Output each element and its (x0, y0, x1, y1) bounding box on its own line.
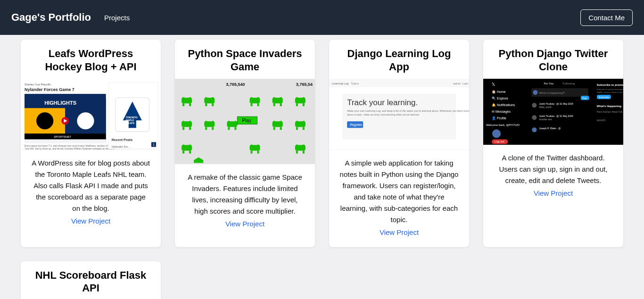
svg-text:3,765,54: 3,765,54 (296, 82, 313, 87)
svg-rect-57 (182, 127, 184, 130)
project-title: Leafs WordPress Hockey Blog + API (21, 40, 161, 79)
svg-rect-72 (273, 127, 275, 130)
svg-text:For You: For You (544, 82, 553, 85)
svg-point-134 (532, 127, 537, 132)
svg-text:🔔 Notifications: 🔔 Notifications (492, 103, 515, 107)
svg-point-85 (250, 144, 253, 147)
svg-rect-42 (251, 103, 253, 106)
svg-text:eligible, receive a share of a: eligible, receive a share of ads revenue (597, 91, 623, 93)
view-project-link[interactable]: View Project (71, 217, 110, 225)
svg-rect-93 (303, 151, 305, 154)
svg-text:✉ Messages: ✉ Messages (492, 110, 511, 114)
svg-rect-33 (189, 103, 191, 106)
project-description: A simple web application for taking note… (339, 158, 459, 225)
project-body: A WordPress site for blog posts about th… (21, 150, 161, 236)
svg-text:Subscribe: Subscribe (599, 96, 609, 99)
svg-rect-87 (251, 151, 253, 154)
svg-point-90 (296, 144, 298, 147)
svg-point-60 (205, 121, 207, 124)
svg-rect-63 (212, 127, 214, 130)
svg-text:Play: Play (242, 118, 251, 123)
svg-rect-92 (296, 151, 298, 154)
svg-rect-88 (257, 151, 259, 154)
project-description: A clone of the Twitter dashboard. Users … (494, 152, 613, 186)
project-title: Python Django Twitter Clone (483, 40, 623, 79)
project-card: Python Django Twitter Clone 𝕏 🏠 Home 🔍 E… (483, 40, 623, 247)
view-project-link[interactable]: View Project (380, 228, 419, 236)
svg-rect-82 (182, 151, 184, 154)
svg-rect-48 (280, 103, 282, 106)
project-title: NHL Scoreboard Flask API (21, 261, 161, 299)
svg-text:Following: Following (563, 82, 575, 85)
view-project-link[interactable]: View Project (225, 220, 264, 228)
svg-text:𝕏: 𝕏 (492, 82, 495, 87)
svg-point-56 (189, 121, 191, 124)
svg-point-86 (257, 144, 260, 147)
project-body: A remake of the classic game Space Invad… (175, 164, 315, 239)
svg-point-76 (302, 121, 305, 124)
svg-rect-68 (234, 127, 236, 130)
nav-projects-link[interactable]: Projects (104, 14, 130, 22)
svg-text:HIGHLIGHTS: HIGHLIGHTS (44, 100, 76, 106)
svg-text:1: 1 (153, 143, 155, 146)
svg-text:Register »: Register » (350, 123, 365, 127)
svg-text:Joseph R. Biden · @: Joseph R. Biden · @ (539, 127, 561, 130)
svg-point-61 (211, 121, 214, 124)
svg-rect-67 (228, 127, 230, 130)
svg-text:Hello, world: Hello, world (539, 106, 551, 108)
svg-rect-38 (212, 103, 214, 106)
svg-text:LEAFS: LEAFS (127, 122, 135, 125)
svg-point-45 (273, 97, 276, 100)
svg-point-40 (250, 97, 253, 100)
svg-point-55 (182, 121, 185, 124)
project-card: Django Learning Log App Learning Log Top… (329, 40, 469, 247)
svg-point-8 (36, 112, 53, 129)
svg-text:Topics: Topics (351, 82, 359, 85)
svg-rect-62 (205, 127, 207, 130)
project-description: A WordPress site for blog posts about th… (31, 158, 150, 214)
svg-text:Subscribe to premium: Subscribe to premium (597, 83, 623, 86)
svg-point-35 (205, 97, 207, 100)
svg-rect-73 (280, 127, 282, 130)
project-thumbnail: Learning Log Topics register Login Track… (329, 79, 469, 150)
project-thumbnail: 3,765,540 3,765,54 (175, 79, 315, 164)
project-title: Python Space Invaders Game (175, 40, 315, 79)
svg-text:Paris Fashion Week Fall 2024: Paris Fashion Week Fall 2024 (597, 110, 623, 113)
svg-text:about a topic, make an entry s: about a topic, make an entry summarizing… (347, 113, 420, 116)
svg-point-80 (182, 144, 185, 147)
svg-text:Log out: Log out (495, 140, 504, 143)
svg-text:#LEAFS: #LEAFS (597, 119, 606, 122)
svg-text:register: register (453, 82, 461, 85)
project-card: NHL Scoreboard Flask API Game 7 Game 2 G… (21, 261, 161, 299)
svg-point-91 (302, 144, 305, 147)
svg-text:Subscribe to unlock new featur: Subscribe to unlock new features and if (597, 88, 623, 91)
view-project-link[interactable]: View Project (534, 189, 573, 197)
svg-rect-43 (257, 103, 259, 106)
project-body: A simple web application for taking note… (329, 150, 469, 247)
navbar: Gage's Portfolio Projects Contact Me (0, 0, 644, 35)
svg-text:Recent Posts: Recent Posts (112, 138, 133, 141)
svg-point-30 (182, 97, 185, 100)
svg-rect-98 (329, 79, 469, 87)
svg-point-31 (189, 97, 191, 100)
svg-point-117 (492, 129, 501, 138)
svg-point-65 (227, 121, 230, 124)
svg-text:Another test: Another test (539, 118, 552, 121)
svg-rect-37 (205, 103, 207, 106)
svg-point-41 (257, 97, 260, 100)
svg-point-66 (234, 121, 237, 124)
svg-text:Nylander Forces Game 7: Nylander Forces Game 7 (25, 87, 74, 92)
svg-rect-83 (189, 151, 191, 154)
svg-point-81 (189, 144, 191, 147)
svg-point-131 (532, 115, 537, 120)
svg-text:🏠 Home: 🏠 Home (492, 90, 506, 94)
svg-rect-77 (296, 127, 298, 130)
svg-text:Stanley Cup Playoffs: Stanley Cup Playoffs (25, 83, 51, 86)
svg-text:👤 Profile: 👤 Profile (492, 116, 506, 120)
svg-rect-14 (25, 139, 106, 143)
svg-rect-58 (189, 127, 191, 130)
contact-me-button[interactable]: Contact Me (580, 9, 633, 26)
svg-text:Login: Login (462, 82, 468, 85)
brand-link[interactable]: Gage's Portfolio (11, 11, 91, 24)
project-thumbnail: Stanley Cup Playoffs Nylander Forces Gam… (21, 79, 161, 150)
